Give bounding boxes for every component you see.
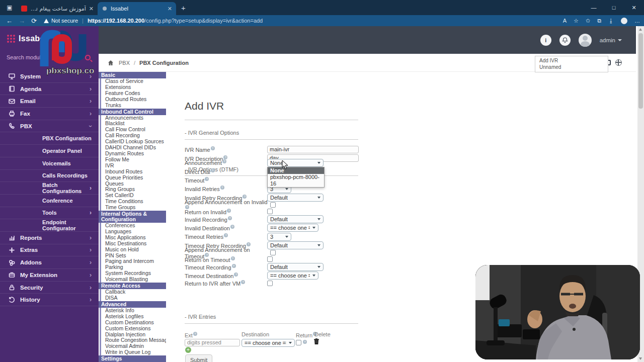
scroll-down-icon[interactable]	[639, 357, 642, 360]
timeout-retry-recording-select[interactable]: Default	[267, 241, 324, 249]
nav-item-custom-destinations[interactable]: Custom Destinations	[100, 320, 166, 326]
favorites-bar-icon[interactable]: ✩	[586, 18, 590, 24]
help-icon[interactable]: ?	[211, 146, 215, 150]
nav-item-inbound-routes[interactable]: Inbound Routes	[100, 169, 166, 175]
invalid-recording-select[interactable]: Default	[267, 215, 324, 223]
help-icon[interactable]: ?	[247, 242, 251, 246]
entry-ext-input[interactable]: digits pressed	[185, 339, 240, 346]
return-on-invalid-checkbox[interactable]	[267, 209, 273, 214]
sidebar-item-agenda[interactable]: Agenda›	[0, 83, 99, 96]
bell-icon[interactable]	[559, 35, 571, 46]
nav-item-asterisk-logfiles[interactable]: Asterisk Logfiles	[100, 314, 166, 320]
sidebar-item-tools[interactable]: Tools›	[0, 207, 99, 220]
address-bar[interactable]: Not secure | https://192.168.20.200 /con…	[44, 16, 517, 25]
nav-item-feature-codes[interactable]: Feature Codes	[100, 90, 166, 97]
info-icon[interactable]: i	[540, 35, 551, 46]
sidebar-item-reports[interactable]: Reports›	[0, 232, 99, 244]
nav-item-ivr[interactable]: IVR	[100, 163, 166, 169]
dropdown-option-pbxshop-pcm-8000-16[interactable]: pbxshop-pcm-8000-16	[268, 174, 324, 187]
help-icon[interactable]: ?	[232, 264, 236, 268]
sidebar-item-voicemails[interactable]: Voicemails	[0, 157, 99, 170]
return-on-timeout-checkbox[interactable]	[267, 256, 273, 262]
sidebar-item-system[interactable]: System›	[0, 70, 99, 83]
sidebar-item-extras[interactable]: Extras›	[0, 244, 99, 257]
read-aloud-icon[interactable]: A	[563, 18, 567, 24]
sidebar-item-operator-panel[interactable]: Operator Panel	[0, 145, 99, 157]
help-icon[interactable]: ?	[205, 177, 209, 181]
delete-trash-icon[interactable]	[313, 338, 320, 345]
sidebar-item-pbx-configuration[interactable]: PBX Configuration	[0, 132, 99, 145]
sidebar-item-security[interactable]: Security›	[0, 282, 99, 294]
entry-destination-select[interactable]: == choose one ==	[242, 339, 295, 347]
help-icon[interactable]: ?	[193, 332, 197, 336]
maximize-button[interactable]: □	[604, 0, 624, 15]
browser-tab-2[interactable]: Issabel ✕	[98, 2, 176, 15]
sidebar-item-my-extension[interactable]: My Extension›	[0, 269, 99, 282]
submit-button[interactable]: Submit	[185, 354, 212, 362]
tab-list-icon[interactable]: ▣	[3, 2, 16, 13]
nav-item-misc-destinations[interactable]: Misc Destinations	[100, 241, 166, 247]
scrollbar-thumb[interactable]	[638, 33, 643, 109]
browser-tab-1[interactable]: آموزش ساخت پیغام تلفن گویا با بر ✕	[17, 2, 98, 15]
dropdown-option-none[interactable]: None	[268, 167, 324, 174]
tab-close-icon[interactable]: ✕	[89, 6, 94, 12]
help-icon[interactable]: ?	[231, 256, 235, 260]
user-avatar[interactable]	[579, 34, 592, 47]
ivr-name-input[interactable]: main-ivr	[267, 146, 359, 153]
help-icon[interactable]: ?	[227, 209, 231, 213]
help-icon[interactable]: ?	[222, 159, 226, 163]
collections-icon[interactable]: ⧉	[597, 18, 601, 24]
back-icon[interactable]: ←	[6, 17, 13, 25]
nav-item-music-on-hold[interactable]: Music on Hold	[100, 247, 166, 253]
scroll-up-icon[interactable]	[639, 28, 642, 31]
side-link-add-ivr[interactable]: Add IVR	[539, 58, 604, 64]
help-icon[interactable]: ?	[220, 186, 224, 190]
sidebar-item-email[interactable]: Email›	[0, 95, 99, 108]
section-general[interactable]: - IVR General Options	[185, 130, 239, 136]
timeout-recording-select[interactable]: Default	[267, 263, 324, 271]
section-entries[interactable]: - IVR Entries	[185, 314, 216, 320]
language-icon[interactable]	[615, 59, 622, 66]
nav-item-disa[interactable]: DISA	[100, 295, 166, 301]
nav-item-voicemail-blasting[interactable]: Voicemail Blasting	[100, 277, 166, 283]
nav-item-queue-priorities[interactable]: Queue Priorities	[100, 175, 166, 181]
add-entry-button[interactable]: +	[185, 347, 191, 353]
more-menu-icon[interactable]: …	[634, 18, 640, 24]
refresh-icon[interactable]: ⟳	[31, 17, 37, 25]
help-icon[interactable]: ?	[228, 216, 232, 220]
tab-close-icon[interactable]: ✕	[168, 6, 172, 12]
side-link-unnamed[interactable]: Unnamed	[539, 64, 604, 71]
favorite-star-icon[interactable]: ☆	[574, 18, 579, 24]
sidebar-item-history[interactable]: History›	[0, 294, 99, 306]
breadcrumb-pbx[interactable]: PBX	[119, 60, 130, 66]
help-icon[interactable]: ?	[241, 280, 245, 284]
entry-return-checkbox[interactable]	[296, 340, 301, 345]
sidebar-item-batch-configurations[interactable]: Batch Configurations›	[0, 182, 99, 195]
help-icon[interactable]: ?	[211, 168, 215, 172]
help-icon[interactable]: ?	[234, 273, 238, 277]
nav-item-follow-me[interactable]: Follow Me	[100, 157, 166, 163]
sidebar-item-calls-recordings[interactable]: Calls Recordings	[0, 170, 99, 183]
return-to-ivr-after-vm-checkbox[interactable]	[267, 281, 273, 286]
user-menu[interactable]: admin	[600, 37, 622, 43]
tutorial-video-overlay[interactable]	[475, 265, 640, 359]
profile-avatar[interactable]	[621, 18, 627, 24]
append-announcement-on-invalid-checkbox[interactable]	[270, 202, 276, 208]
nav-item-outbound-routes[interactable]: Outbound Routes	[100, 97, 166, 103]
help-icon[interactable]: ?	[224, 233, 228, 237]
nav-item-misc-applications[interactable]: Misc Applications	[100, 235, 166, 241]
new-tab-button[interactable]: +	[181, 4, 186, 12]
sidebar-item-endpoint-configurator[interactable]: Endpoint Configurator	[0, 219, 99, 232]
timeout-retries-select[interactable]: 3	[267, 233, 291, 241]
home-icon[interactable]	[108, 60, 114, 66]
timeout-destination-select[interactable]: == choose one ==	[267, 272, 318, 280]
invalid-destination-select[interactable]: == choose one ==	[267, 224, 318, 232]
forward-icon[interactable]: →	[19, 17, 25, 25]
downloads-icon[interactable]: ⭳	[608, 18, 614, 24]
module-search[interactable]: Search modules	[0, 43, 99, 65]
append-announcement-on-timeout-checkbox[interactable]	[270, 250, 276, 255]
help-icon[interactable]: ?	[303, 340, 307, 344]
help-icon[interactable]: ?	[230, 225, 234, 229]
nav-item-time-groups[interactable]: Time Groups	[100, 205, 166, 211]
announcement-select[interactable]: None	[267, 159, 324, 167]
